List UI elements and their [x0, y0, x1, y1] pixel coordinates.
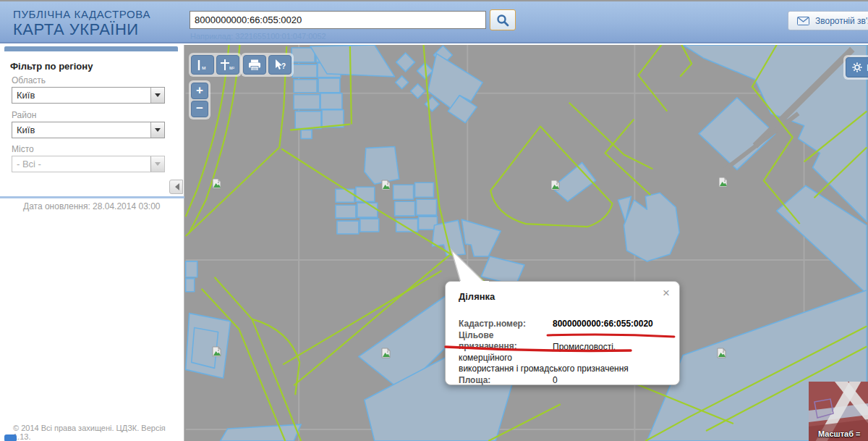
- oblast-value: Київ: [12, 90, 150, 101]
- raion-label: Район: [12, 110, 36, 120]
- chevron-down-icon[interactable]: [150, 88, 164, 103]
- sidebar-collapse-button[interactable]: [169, 180, 183, 194]
- sidebar-divider: [0, 196, 184, 198]
- panel-top-bar: [4, 46, 178, 51]
- chevron-down-icon[interactable]: [150, 122, 164, 138]
- filter-sidebar: Фільтр по регіону Область Київ Район Киї…: [0, 45, 184, 441]
- update-date: Дата оновлення: 28.04.2014 03:00: [23, 201, 161, 211]
- feedback-label: Зворотній зв'я: [815, 16, 868, 26]
- chevron-down-icon: [150, 156, 164, 172]
- broken-image-marker[interactable]: [212, 345, 222, 357]
- utility-tool-group: ?: [241, 53, 294, 77]
- overview-minimap[interactable]: Масштаб =: [809, 382, 868, 441]
- oblast-select[interactable]: Київ: [12, 87, 165, 104]
- area-row: Площа:0: [459, 375, 671, 387]
- search-icon: [496, 14, 509, 27]
- print-button[interactable]: [243, 55, 266, 75]
- area-value: 0: [553, 375, 558, 385]
- raion-select[interactable]: Київ: [12, 122, 165, 138]
- app-logo[interactable]: ПУБЛІЧНА КАДАСТРОВА КАРТА УКРАЇНИ: [13, 8, 150, 39]
- logo-line1: ПУБЛІЧНА КАДАСТРОВА: [13, 8, 150, 20]
- svg-text:м²: м²: [229, 65, 235, 70]
- broken-image-marker[interactable]: [550, 178, 561, 190]
- broken-image-marker[interactable]: [381, 178, 391, 190]
- copyright: © 2014 Всі права захищені. ЦДЗК. Версія …: [13, 424, 184, 441]
- search-hint: Наприклад: 3221655100:01:047:0052: [190, 32, 326, 41]
- zoom-in-button[interactable]: +: [191, 83, 208, 99]
- layers-group: L: [843, 55, 868, 80]
- misto-label: Місто: [12, 144, 34, 154]
- svg-text:?: ?: [281, 62, 286, 70]
- header: ПУБЛІЧНА КАДАСТРОВА КАРТА УКРАЇНИ Наприк…: [0, 0, 868, 43]
- raion-value: Київ: [12, 125, 150, 135]
- purpose-value-line2: використання і громадського призначення: [459, 364, 671, 375]
- broken-image-marker[interactable]: [718, 175, 728, 188]
- layers-button[interactable]: L: [846, 57, 868, 77]
- cadastral-number-label: Кадастр.номер:: [459, 319, 553, 330]
- zoom-control: + −: [189, 80, 210, 119]
- broken-image-marker[interactable]: [381, 346, 391, 358]
- misto-select: - Всі -: [12, 156, 165, 172]
- envelope-icon: [797, 17, 809, 25]
- search-input[interactable]: [190, 11, 486, 29]
- cadastral-map-app: { "header": { "logo_line1": "ПУБЛІЧНА КА…: [0, 0, 868, 441]
- cursor-help-icon: ?: [273, 59, 287, 72]
- printer-icon: [248, 59, 261, 71]
- identify-help-button[interactable]: ?: [268, 55, 292, 75]
- zoom-out-button[interactable]: −: [191, 101, 208, 117]
- measure-area-icon: м²: [220, 59, 236, 72]
- broken-image-marker[interactable]: [717, 346, 727, 358]
- popup-rows: Кадастр.номер:8000000000:66:055:0020 Ціл…: [459, 319, 671, 386]
- filter-title: Фільтр по регіону: [10, 61, 93, 72]
- area-label: Площа:: [459, 375, 553, 387]
- measure-tool-group: м м²: [189, 53, 242, 77]
- purpose-row: Цільове призначення:Промисловості, комер…: [459, 330, 671, 364]
- measure-length-button[interactable]: м: [191, 55, 214, 75]
- search-button[interactable]: [490, 9, 516, 30]
- footer-logo: [4, 434, 17, 441]
- popup-title: Ділянка: [459, 291, 495, 302]
- svg-text:м: м: [202, 64, 206, 71]
- close-icon[interactable]: ×: [663, 287, 670, 300]
- measure-length-icon: м: [195, 59, 210, 72]
- measure-area-button[interactable]: м²: [216, 55, 239, 75]
- scale-label: Масштаб =: [818, 429, 860, 438]
- broken-image-marker[interactable]: [212, 177, 222, 189]
- feedback-button[interactable]: Зворотній зв'я: [788, 11, 868, 30]
- cadastral-number-value: 8000000000:66:055:0020: [553, 319, 653, 329]
- misto-value: - Всі -: [12, 159, 150, 169]
- purpose-label: Цільове призначення:: [459, 330, 553, 353]
- oblast-label: Область: [12, 75, 46, 85]
- logo-line2: КАРТА УКРАЇНИ: [13, 20, 150, 39]
- chevron-left-icon: [171, 183, 179, 190]
- cadastral-number-row: Кадастр.номер:8000000000:66:055:0020: [459, 319, 671, 330]
- gear-icon: [852, 62, 862, 72]
- parcel-info-popup: Ділянка × Кадастр.номер:8000000000:66:05…: [445, 281, 680, 385]
